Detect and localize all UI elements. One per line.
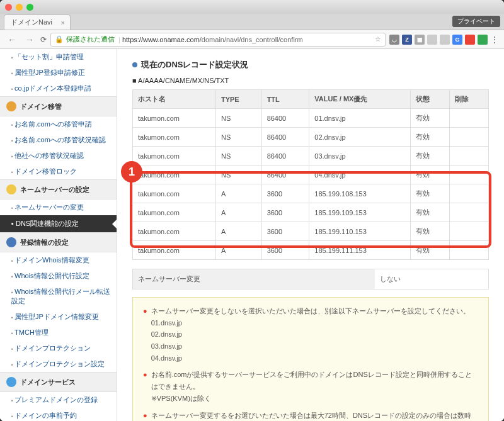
ext-g-icon[interactable]: G [452,35,462,45]
bullet-icon: ● [143,410,147,422]
table-row: takumon.comNS8640002.dnsv.jp有効 [133,128,489,147]
browser-menu-icon[interactable]: ⋮ [490,35,499,45]
sidebar-item[interactable]: 他社への移管状況確認 [0,148,117,164]
table-row: takumon.comA3600185.199.110.153有効 [133,222,489,241]
sidebar: 「セット割」申請管理属性型JP登録申請修正co.jpドメイン本登録申請 ドメイン… [0,49,117,421]
private-badge: プライベート [452,16,500,27]
address-bar[interactable]: 🔒 保護された通信 | https://www.onamae.com /doma… [50,33,386,47]
browser-tab[interactable]: ドメインNavi × [4,14,71,30]
sidebar-item[interactable]: ドメイン移管ロック [0,164,117,179]
sidebar-item[interactable]: 「セット割」申請管理 [0,49,117,65]
bullet-icon [132,62,137,67]
ext-icon-7[interactable] [465,35,475,45]
table-row: takumon.comNS8640003.dnsv.jp有効 [133,147,489,166]
sidebar-item[interactable]: ドメインの事前予約 [0,408,117,421]
ext-icon-8[interactable] [478,35,488,45]
url-host: https://www.onamae.com [122,36,200,43]
dns-table: ホスト名TYPETTLVALUE / MX優先状態削除 takumon.comN… [132,89,489,260]
ext-icon-5[interactable] [440,35,450,45]
table-header: 状態 [411,90,450,109]
sidebar-item[interactable]: 属性型JP登録申請修正 [0,65,117,81]
table-header: TYPE [215,90,261,109]
sidebar-item[interactable]: ネームサーバーの変更 [0,199,117,215]
tab-close-icon[interactable]: × [61,19,65,26]
notice-box: ●ネームサーバー変更をしないを選択いただいた場合は、別途以下ネームサーバーを設定… [132,297,489,421]
sidebar-item[interactable]: ドメインプロテクション [0,340,117,356]
browser-tabstrip: ドメインNavi × プライベート [0,14,504,30]
table-header: ホスト名 [133,90,216,109]
section-icon [6,237,16,247]
sidebar-item[interactable]: 属性型JPドメイン情報変更 [0,309,117,325]
lock-icon: 🔒 [55,35,64,43]
sidebar-item-active[interactable]: ▪ DNS関連機能の設定 [0,215,117,232]
ext-icon-4[interactable] [427,35,437,45]
sidebar-item[interactable]: ドメインWhois情報変更 [0,252,117,268]
url-path: /domain/navi/dns_controll/confirm [200,36,303,43]
window-minimize-icon[interactable] [16,4,23,11]
sidebar-item[interactable]: ドメインプロテクション設定 [0,356,117,372]
window-zoom-icon[interactable] [26,4,33,11]
window-close-icon[interactable] [5,4,12,11]
titlebar [0,0,504,14]
sidebar-item[interactable]: お名前.comへの移管状況確認 [0,132,117,148]
table-header: 削除 [449,90,488,109]
section-icon [6,377,16,387]
nameserver-change-label: ネームサーバー変更 [133,269,375,289]
nameserver-change-value: しない [375,269,488,289]
secure-label: 保護された通信 [66,35,115,44]
sidebar-item[interactable]: co.jpドメイン本登録申請 [0,81,117,96]
notice-item: ●ネームサーバー変更するをお選びいただいた場合は最大72時間、DNSレコードの設… [143,410,478,422]
notice-item: ●お名前.comが提供するサーバーサービスをご利用中のドメインはDNSレコード設… [143,369,478,404]
sidebar-section-header: 登録情報の設定 [0,232,117,252]
sidebar-item[interactable]: TMCH管理 [0,325,117,340]
sidebar-item[interactable]: Whois情報公開代行設定 [0,268,117,284]
forward-icon: → [23,35,37,45]
notice-item: ●ネームサーバー変更をしないを選択いただいた場合は、別途以下ネームサーバーを設定… [143,305,478,364]
ext-pocket-icon[interactable]: ◡ [389,35,399,45]
sidebar-section-header: ネームサーバーの設定 [0,179,117,199]
annotation-callout-1: 1 [121,161,142,182]
main-content: 現在のDNSレコード設定状況 A/AAAA/CNAME/MX/NS/TXT ホス… [117,49,504,421]
record-types-subtitle: A/AAAA/CNAME/MX/NS/TXT [132,77,489,84]
bullet-icon: ● [143,305,147,364]
table-header: TTL [261,90,309,109]
table-row: takumon.comNS8640004.dnsv.jp有効 [133,166,489,184]
browser-toolbar: ← → ⟳ 🔒 保護された通信 | https://www.onamae.com… [0,30,504,49]
sidebar-item[interactable]: Whois情報公開代行メール転送設定 [0,284,117,309]
section-title: 現在のDNSレコード設定状況 [132,59,489,70]
table-row: takumon.comA3600185.199.109.153有効 [133,203,489,222]
ext-grid-icon[interactable]: ▦ [415,35,425,45]
section-icon [6,101,16,111]
section-icon [6,184,16,194]
bullet-icon: ● [143,369,147,404]
sidebar-item[interactable]: プレミアムドメインの登録 [0,392,117,408]
tab-title: ドメインNavi [11,18,52,27]
bookmark-star-icon[interactable]: ☆ [375,35,381,43]
table-row: takumon.comA3600185.199.108.153有効 [133,184,489,203]
nameserver-change-row: ネームサーバー変更 しない [132,269,489,289]
table-row: takumon.comA3600185.199.111.153有効 [133,241,489,260]
reload-icon[interactable]: ⟳ [40,35,47,44]
sidebar-item[interactable]: お名前.comへの移管申請 [0,116,117,132]
table-header: VALUE / MX優先 [309,90,411,109]
extension-icons: ◡ Z ▦ G ⋮ [389,35,499,45]
back-icon[interactable]: ← [5,35,19,45]
table-row: takumon.comNS8640001.dnsv.jp有効 [133,109,489,128]
sidebar-section-header: ドメインサービス [0,372,117,392]
ext-z-icon[interactable]: Z [402,35,412,45]
sidebar-section-header: ドメイン移管 [0,96,117,116]
